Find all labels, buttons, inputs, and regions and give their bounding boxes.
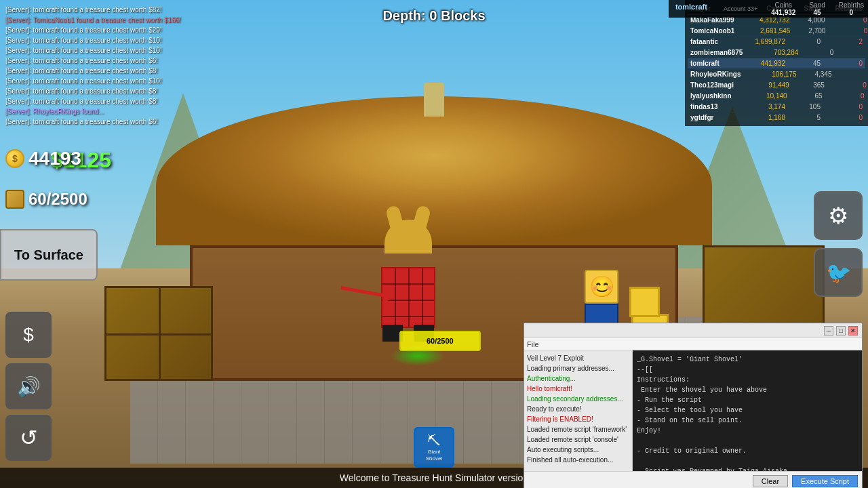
depth-text: Depth: 0 Blocks xyxy=(382,8,485,23)
settings-button[interactable]: ⚙ xyxy=(814,191,863,240)
lb-player-coins: 10,140 xyxy=(733,92,787,100)
menu-file[interactable]: File xyxy=(527,340,539,348)
sand-amount: 60/2500 xyxy=(28,190,87,209)
lb-player-rebirths: 0 xyxy=(824,92,865,100)
window-controls: ─ □ ✕ xyxy=(824,326,858,336)
execute-script-button[interactable]: Execute Script xyxy=(792,475,858,487)
to-surface-button[interactable]: To Surface xyxy=(0,229,98,281)
leaderboard-row: TomicaNoob1 2,681,545 2,700 0 xyxy=(688,26,865,37)
lb-player-name: tomlcraft xyxy=(690,60,730,67)
coins-amount: 44193 xyxy=(28,148,81,169)
exploit-window: ─ □ ✕ File Veil Level 7 ExploitLoading p… xyxy=(524,323,863,488)
console-line: Veil Level 7 Exploit xyxy=(527,353,629,363)
to-surface-label: To Surface xyxy=(14,247,83,263)
crate-left xyxy=(104,286,213,381)
console-line: Loading primary addresses... xyxy=(527,363,629,373)
leaderboard-rows: MakaFaka999 4,312,732 4,000 0 TomicaNoob… xyxy=(688,15,865,123)
close-button[interactable]: ✕ xyxy=(848,326,858,336)
console-line: Loaded remote script 'console' xyxy=(527,434,629,445)
exploit-titlebar: ─ □ ✕ xyxy=(524,323,862,338)
gear-icon: ⚙ xyxy=(828,202,848,229)
leaderboard-row: lyalyushkinn 10,140 65 0 xyxy=(688,91,865,102)
depth-display: Depth: 0 Blocks xyxy=(382,8,485,24)
minimize-button[interactable]: ─ xyxy=(824,326,833,336)
lb-player-sand: 5 xyxy=(787,114,821,121)
right-actions-panel: ⚙ 🐦 xyxy=(814,191,863,297)
lb-player-rebirths: 0 xyxy=(833,70,868,78)
lb-player-name: findas13 xyxy=(690,103,730,110)
console-line: Filtering is ENABLED! xyxy=(527,414,629,424)
chat-line: [Server]: tomlcraft found a treasure che… xyxy=(5,56,216,66)
tool-icon: ⛏ xyxy=(427,433,441,449)
sand-icon xyxy=(5,190,24,209)
coins-label: Coins xyxy=(775,1,793,9)
user-coins-stat: Coins 441,932 xyxy=(771,1,795,16)
welcome-text: Welcome to Treasure Hunt Simulator versi… xyxy=(340,472,528,483)
twitter-button[interactable]: 🐦 xyxy=(814,248,863,297)
clear-button[interactable]: Clear xyxy=(753,475,788,487)
lb-player-coins: 3,174 xyxy=(731,103,785,110)
lb-player-rebirths: 0 xyxy=(822,114,863,121)
lb-player-rebirths: 0 xyxy=(827,27,867,35)
lb-player-sand: 0 xyxy=(787,38,821,45)
lb-player-sand: 65 xyxy=(789,92,823,100)
lb-player-name: RhoyleoRKings xyxy=(690,70,741,78)
chat-line: [Server]: tomlcraft found a treasure che… xyxy=(5,97,216,106)
exploit-code-editor[interactable]: _G.Shovel = 'Giant Shovel' --[[ Instruct… xyxy=(633,350,862,471)
lb-player-coins: 1,168 xyxy=(731,114,785,121)
username-display: tomlcraft xyxy=(673,1,710,16)
lb-player-sand: 365 xyxy=(791,81,825,89)
console-line: Loading secondary addresses... xyxy=(527,394,629,404)
chat-line: [Server]: tomlcraft found a treasure che… xyxy=(5,117,216,127)
coins-display: $ 44193 xyxy=(5,148,81,169)
user-rebirths-stat: Rebirths 0 xyxy=(839,1,864,16)
lb-player-sand: 45 xyxy=(787,60,821,67)
maximize-button[interactable]: □ xyxy=(836,326,846,336)
chat-log: [Server]: tomlcraft found a treasure che… xyxy=(5,5,216,127)
chat-line: [Server]: tomlcraft found a treasure che… xyxy=(5,87,216,96)
chat-line: [Server]: tomlcraft found a treasure che… xyxy=(5,77,216,86)
lb-player-sand: 4,345 xyxy=(797,70,831,78)
chat-line: [Server]: tomlcraft found a treasure che… xyxy=(5,26,216,35)
lb-player-name: TomicaNoob1 xyxy=(690,27,734,35)
console-line: Ready to execute! xyxy=(527,404,629,414)
lb-player-rebirths: 2 xyxy=(822,38,863,45)
money-button[interactable]: $ xyxy=(5,312,52,358)
chest-capacity-indicator: 60/2500 xyxy=(399,331,481,351)
lb-player-name: lyalyushkinn xyxy=(690,92,732,100)
account-age: Account 33+ xyxy=(724,5,757,12)
tool-button[interactable]: ⛏ GiantShovel xyxy=(414,427,454,468)
tool-label: GiantShovel xyxy=(426,449,442,462)
lb-player-rebirths: 0 xyxy=(822,60,863,67)
lb-player-coins: 1,699,872 xyxy=(731,38,785,45)
lb-player-rebirths: 0 xyxy=(826,81,867,89)
lb-player-sand: 105 xyxy=(787,103,821,110)
rebirths-label: Rebirths xyxy=(839,1,864,9)
lb-player-coins: 2,681,545 xyxy=(736,27,790,35)
lb-player-sand: 0 xyxy=(800,49,833,56)
rebirths-value: 0 xyxy=(850,9,854,16)
exploit-body: Veil Level 7 ExploitLoading primary addr… xyxy=(524,350,862,471)
lb-player-coins: 703,284 xyxy=(744,49,798,56)
console-line: Hello tomlcraft! xyxy=(527,384,629,394)
char-helmet xyxy=(384,220,432,253)
leaderboard-row: Theo123magi 91,449 365 0 xyxy=(688,80,865,91)
leaderboard-row: fataantic 1,699,872 0 2 xyxy=(688,37,865,47)
leaderboard-row: findas13 3,174 105 0 xyxy=(688,102,865,113)
leaderboard-row: RhoyleoRKings 106,175 4,345 0 xyxy=(688,69,865,80)
user-sand-stat: Sand 45 xyxy=(809,1,825,16)
sand-value: 45 xyxy=(814,9,821,16)
refresh-button[interactable]: ↺ xyxy=(5,415,52,461)
lb-player-coins: 441,932 xyxy=(731,60,785,67)
lb-player-name: Theo123magi xyxy=(690,81,734,89)
sand-display: 60/2500 xyxy=(5,190,87,209)
sound-button[interactable]: 🔊 xyxy=(5,363,52,409)
console-line: Loaded remote script 'framework' xyxy=(527,424,629,434)
leaderboard-row: ygtdfgr 1,168 5 0 xyxy=(688,113,865,123)
coins-value: 441,932 xyxy=(771,9,795,16)
chat-line: [Server]: RhoyleoRKings found... xyxy=(5,107,216,117)
lb-player-coins: 91,449 xyxy=(735,81,789,89)
lb-player-rebirths: 0 xyxy=(835,49,868,56)
chat-line: [Server]: tomlcraft found a treasure che… xyxy=(5,66,216,76)
console-line: Finished all auto-execution... xyxy=(527,455,629,465)
